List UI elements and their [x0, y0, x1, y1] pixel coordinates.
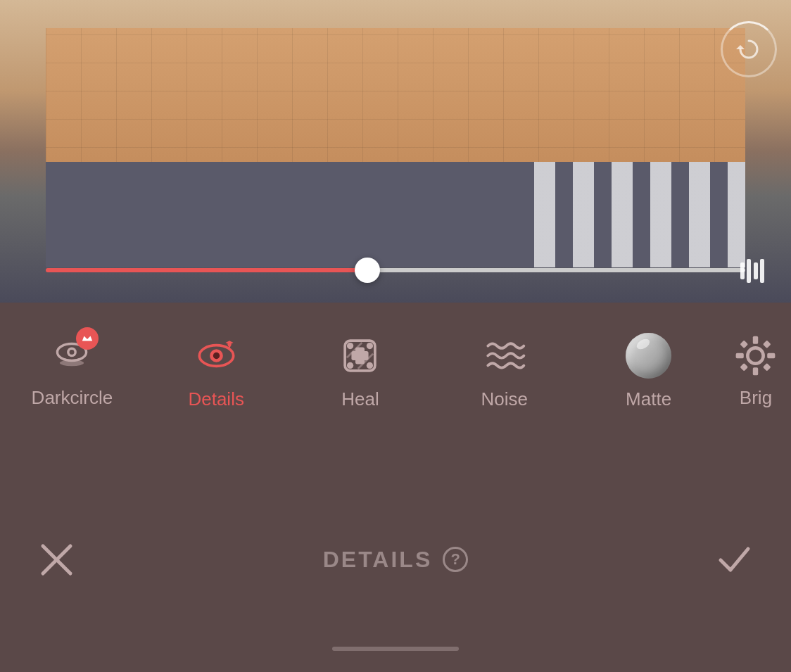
svg-rect-24	[753, 367, 758, 375]
tool-heal[interactable]: Heal	[289, 324, 433, 417]
matte-icon	[624, 331, 673, 380]
svg-rect-4	[760, 259, 764, 283]
comparison-slider-container[interactable]	[46, 266, 745, 274]
svg-marker-5	[82, 336, 92, 341]
svg-rect-17	[352, 351, 369, 360]
slider-thumb[interactable]	[355, 258, 380, 283]
svg-rect-30	[763, 362, 771, 371]
svg-rect-1	[740, 262, 745, 279]
heal-label: Heal	[341, 388, 379, 410]
svg-point-19	[367, 342, 373, 348]
panel-title: DETAILS	[323, 547, 433, 573]
matte-label: Matte	[626, 388, 671, 410]
brightness-label: Brig	[740, 387, 772, 409]
confirm-button[interactable]	[707, 531, 763, 588]
svg-rect-2	[747, 259, 751, 283]
svg-point-12	[213, 352, 220, 358]
noise-icon	[480, 331, 529, 380]
svg-point-18	[347, 342, 353, 348]
crosswalk	[534, 162, 745, 267]
darkcircle-icon-container	[49, 333, 95, 379]
details-label: Details	[188, 388, 243, 410]
home-indicator	[332, 647, 459, 651]
tool-brightness[interactable]: Brig	[721, 326, 791, 416]
svg-rect-27	[740, 340, 749, 348]
brightness-icon	[733, 333, 778, 379]
details-icon	[191, 331, 241, 380]
darkcircle-label: Darkcircle	[32, 387, 113, 409]
svg-point-8	[70, 350, 75, 355]
tool-matte[interactable]: Matte	[576, 324, 721, 417]
tool-details[interactable]: Details	[144, 324, 289, 417]
tool-noise[interactable]: Noise	[432, 324, 576, 417]
svg-rect-26	[768, 353, 776, 357]
svg-point-22	[748, 348, 764, 363]
spin-icon	[721, 21, 777, 77]
svg-point-21	[367, 362, 373, 368]
svg-point-20	[347, 362, 353, 368]
svg-point-9	[60, 360, 84, 367]
cancel-button[interactable]	[28, 531, 84, 588]
crown-badge	[76, 327, 99, 350]
image-area	[0, 0, 791, 303]
slider-track	[46, 268, 745, 272]
svg-rect-28	[763, 340, 771, 348]
svg-rect-25	[736, 353, 744, 357]
arrow-annotation	[608, 647, 749, 672]
tool-darkcircle[interactable]: Darkcircle	[0, 326, 144, 416]
compare-split-icon[interactable]	[735, 253, 770, 289]
noise-label: Noise	[481, 388, 528, 410]
bottom-action-bar: DETAILS ?	[0, 531, 791, 588]
heal-icon	[336, 331, 385, 380]
svg-rect-29	[740, 362, 749, 371]
tools-row: Darkcircle Details	[0, 303, 791, 424]
help-button[interactable]: ?	[443, 547, 468, 572]
svg-rect-23	[753, 336, 758, 343]
bottom-panel: Darkcircle Details	[0, 303, 791, 672]
svg-marker-0	[736, 45, 745, 49]
svg-rect-3	[754, 262, 758, 279]
app-container: Darkcircle Details	[0, 0, 791, 672]
title-area: DETAILS ?	[323, 547, 469, 573]
